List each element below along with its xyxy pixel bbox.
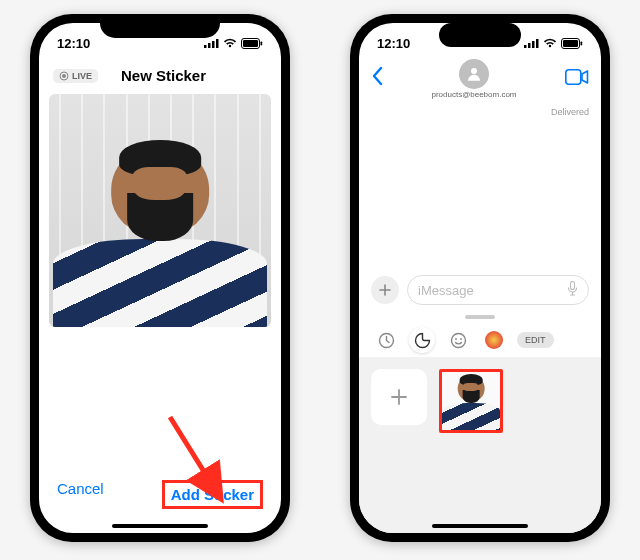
delivered-label: Delivered xyxy=(551,107,589,117)
clock-icon xyxy=(378,332,395,349)
sticker-preview[interactable] xyxy=(49,94,271,327)
live-badge-label: LIVE xyxy=(72,71,92,81)
wifi-icon xyxy=(223,38,237,48)
svg-rect-6 xyxy=(261,41,263,45)
message-input-row: iMessage xyxy=(359,269,601,311)
status-indicators xyxy=(204,38,263,49)
svg-rect-14 xyxy=(563,40,578,47)
notch xyxy=(100,14,220,38)
svg-rect-17 xyxy=(566,70,581,84)
svg-point-21 xyxy=(455,338,457,340)
svg-rect-3 xyxy=(216,39,219,48)
signal-icon xyxy=(524,38,539,48)
conversation-area[interactable]: Delivered xyxy=(359,105,601,269)
svg-rect-10 xyxy=(528,43,531,48)
svg-rect-9 xyxy=(524,45,527,48)
stickers-tab[interactable] xyxy=(409,327,435,353)
message-placeholder: iMessage xyxy=(418,283,474,298)
plus-icon xyxy=(379,284,391,296)
facetime-icon xyxy=(565,69,589,85)
edit-button[interactable]: EDIT xyxy=(517,332,554,348)
svg-rect-2 xyxy=(212,41,215,48)
page-title: New Sticker xyxy=(121,67,206,84)
live-icon xyxy=(59,71,69,81)
sticker-panel xyxy=(359,357,601,533)
apps-button[interactable] xyxy=(371,276,399,304)
svg-point-22 xyxy=(460,338,462,340)
phone-left: 12:10 LIVE New Sticker xyxy=(30,14,290,542)
svg-rect-1 xyxy=(208,43,211,48)
sticker-peel-icon xyxy=(414,332,431,349)
svg-rect-0 xyxy=(204,45,207,48)
live-badge: LIVE xyxy=(53,69,98,83)
chevron-left-icon xyxy=(371,66,383,86)
sticker-editor-header: LIVE New Sticker xyxy=(39,59,281,94)
contact-info[interactable]: products@beebom.com xyxy=(431,59,516,99)
status-indicators xyxy=(524,38,583,49)
action-bar: Cancel Add Sticker xyxy=(39,466,281,533)
recents-tab[interactable] xyxy=(373,327,399,353)
battery-icon xyxy=(241,38,263,49)
sticker-pack-icon xyxy=(485,331,503,349)
add-sticker-tile[interactable] xyxy=(371,369,427,425)
drawer-grabber[interactable] xyxy=(465,315,495,319)
home-indicator[interactable] xyxy=(432,524,528,528)
emoji-icon xyxy=(450,332,467,349)
svg-rect-5 xyxy=(243,40,258,47)
mic-icon xyxy=(567,281,578,296)
contact-name: products@beebom.com xyxy=(431,90,516,99)
home-indicator[interactable] xyxy=(112,524,208,528)
facetime-button[interactable] xyxy=(565,69,589,89)
battery-icon xyxy=(561,38,583,49)
svg-rect-18 xyxy=(571,282,575,290)
svg-point-20 xyxy=(451,333,465,347)
phone-right: 12:10 products@beebom.com xyxy=(350,14,610,542)
signal-icon xyxy=(204,38,219,48)
screen-left: 12:10 LIVE New Sticker xyxy=(39,23,281,533)
dictation-button[interactable] xyxy=(567,281,578,299)
sticker-pack-tab[interactable] xyxy=(481,327,507,353)
person-icon xyxy=(465,65,483,83)
sticker-category-strip: EDIT xyxy=(359,323,601,357)
add-sticker-button[interactable]: Add Sticker xyxy=(162,480,263,509)
message-input[interactable]: iMessage xyxy=(407,275,589,305)
status-time: 12:10 xyxy=(377,36,410,51)
cancel-button[interactable]: Cancel xyxy=(57,480,104,509)
wifi-icon xyxy=(543,38,557,48)
avatar xyxy=(459,59,489,89)
plus-icon xyxy=(390,388,408,406)
sticker-preview-area xyxy=(39,94,281,396)
messages-header: products@beebom.com xyxy=(359,59,601,105)
back-button[interactable] xyxy=(371,66,383,92)
emoji-tab[interactable] xyxy=(445,327,471,353)
svg-rect-15 xyxy=(581,41,583,45)
svg-point-16 xyxy=(471,68,477,74)
dynamic-island xyxy=(439,23,521,47)
status-time: 12:10 xyxy=(57,36,90,51)
svg-point-7 xyxy=(62,74,66,78)
svg-rect-12 xyxy=(536,39,539,48)
sticker-thumbnail[interactable] xyxy=(439,369,503,433)
screen-right: 12:10 products@beebom.com xyxy=(359,23,601,533)
svg-rect-11 xyxy=(532,41,535,48)
